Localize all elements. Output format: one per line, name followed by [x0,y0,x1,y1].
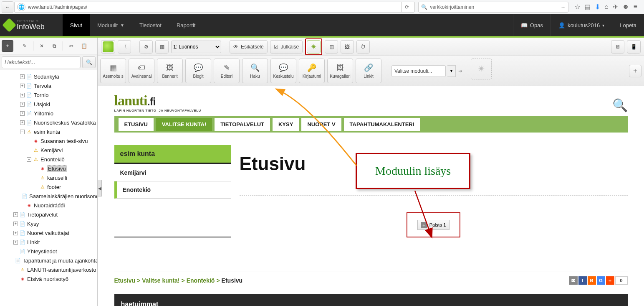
version-select[interactable]: 1: Luonnos [171,41,221,53]
columns-button[interactable]: ▥ [325,40,338,54]
breadcrumb-item[interactable]: Valitse kunta! [142,277,179,284]
mobile-view-button[interactable]: 📱 [627,40,641,54]
blogger-share-icon[interactable]: B [588,276,596,285]
back-button[interactable]: ← [2,1,13,13]
tree-expand-icon[interactable]: − [20,130,25,134]
preview-button[interactable]: 👁Esikatsele [230,40,268,54]
tree-node[interactable]: Tapahtumat ja muuta ajankohtaista [0,256,97,265]
tree-expand-icon[interactable]: + [20,93,25,97]
breadcrumb-item[interactable]: Etusivu [114,277,136,284]
module-dropdown[interactable]: Valitse moduuli... ▾ ➜ [391,59,462,83]
library-icon[interactable]: ▤ [584,3,591,11]
add-module-button[interactable]: ＋ [629,65,641,77]
tree-node[interactable]: karuselli [0,173,97,182]
site-search-icon[interactable]: 🔍 [612,98,628,112]
menu-tiedostot[interactable]: Tiedostot [132,14,169,36]
add-page-button[interactable]: ＋ [2,40,13,52]
layout-button[interactable]: ▥ [155,40,169,54]
chat-icon[interactable]: ☻ [622,3,629,11]
module-button-haku[interactable]: 🔍Haku [242,59,268,83]
nav-item[interactable]: TAPAHTUMAKALENTERI [344,118,420,131]
tree-expand-icon[interactable]: + [20,102,25,107]
module-button-kirjautumi[interactable]: 🔑Kirjautumi [299,59,325,83]
module-button-blogit[interactable]: 💬Blogit [185,59,211,83]
tree-node[interactable]: +Utsjoki [0,99,97,109]
paste-button[interactable]: 📋 [78,40,90,52]
tree-node[interactable]: Etusivu [0,164,97,173]
nav-item[interactable]: TIETOPALVELUT [215,118,270,131]
tree-search-button[interactable]: 🔍 [82,56,96,68]
tree-node[interactable]: footer [0,182,97,191]
menu-icon[interactable]: ≡ [634,3,637,11]
sidebar-collapse-handle[interactable]: ◀ [98,180,102,196]
content-drop-zone[interactable]: ＋ Palsta 1 [240,195,628,237]
user-menu[interactable]: 👤koulutus2016▾ [551,14,612,36]
tree-expand-icon[interactable]: + [20,120,25,125]
tree-node[interactable]: +Tietopalvelut [0,210,97,219]
tree-node[interactable]: −esim kunta [0,127,97,136]
facebook-share-icon[interactable]: f [578,276,587,285]
tree-node[interactable]: LANUTI-asiantuntijaverkosto [0,265,97,274]
logout-link[interactable]: Lopeta [612,14,644,36]
cut-button[interactable]: ✂ [66,40,77,52]
go-icon[interactable]: → [561,4,566,10]
mail-share-icon[interactable]: ✉ [569,276,578,285]
breadcrumb-item[interactable]: Enontekiö [187,277,215,284]
side-nav-item[interactable]: Enontekiö [114,181,231,199]
tree-expand-icon[interactable]: + [20,84,25,88]
tree-expand-icon[interactable]: + [13,231,18,235]
page-tree[interactable]: +Sodankylä+Tervola+Tornio+Utsjoki+Ylitor… [0,70,97,306]
tree-expand-icon[interactable]: + [20,74,25,79]
download-icon[interactable]: ⬇ [595,3,600,11]
reload-icon[interactable]: ⟳ [401,2,412,13]
share-icon[interactable]: ✈ [613,3,618,11]
nav-item[interactable]: NUORET V [301,118,341,131]
module-button-kuvagalleri[interactable]: 🖼Kuvagalleri [327,59,353,83]
menu-sivut[interactable]: Sivut [63,14,90,36]
tree-node[interactable]: −Enontekiö [0,155,97,164]
module-button-linkit[interactable]: 🔗Linkit [356,59,381,83]
tree-node[interactable]: Saamelaiskäräjien nuorisoneuvosto [0,191,97,201]
tree-node[interactable]: Nuoraidráđđi [0,201,97,210]
module-button-avainsanal[interactable]: 🏷Avainsanal [129,59,154,83]
settings-button[interactable]: ⚙ [139,40,153,54]
tree-node[interactable]: Yhteystiedot [0,247,97,256]
menu-moduulit[interactable]: Moduulit▼ [90,14,132,36]
tree-node[interactable]: +Tervola [0,81,97,90]
timer-button[interactable]: ⏱ [356,40,370,54]
tree-expand-icon[interactable]: + [13,212,18,217]
module-dropdown-toggle[interactable]: ▾ [447,65,456,77]
help-link[interactable]: 📖Opas [513,14,551,36]
edit-button[interactable]: ✎ [19,40,30,52]
star-icon[interactable]: ☆ [574,3,580,11]
nav-item[interactable]: KYSY [273,118,299,131]
home-icon[interactable]: ⌂ [604,3,609,11]
tree-expand-icon[interactable]: + [13,222,18,226]
tree-node[interactable]: +Nuorisokeskus Vasatokka [0,118,97,127]
module-button-editori[interactable]: ✎Editori [214,59,240,83]
palsta-add-button[interactable]: ＋ Palsta 1 [417,220,450,230]
tree-node[interactable]: +Kysy [0,219,97,228]
tree-expand-icon[interactable]: + [13,240,18,245]
back-panel-button[interactable]: 〈 [118,40,131,54]
tree-node[interactable]: +Linkit [0,237,97,247]
tree-node[interactable]: +Sodankylä [0,72,97,81]
menu-raportit[interactable]: Raportit [169,14,203,36]
tree-expand-icon[interactable]: − [27,157,31,162]
addthis-share-icon[interactable]: ＋ [606,276,614,285]
nav-item[interactable]: ETUSIVU [119,118,154,131]
publish-button[interactable]: ☑Julkaise [270,40,303,54]
nav-item[interactable]: VALITSE KUNTA! [156,118,212,131]
tree-search-input[interactable] [2,56,81,68]
google-share-icon[interactable]: G [597,276,605,285]
module-button-asemoitu-s[interactable]: ▦Asemoitu s [100,59,126,83]
module-button-keskustelu[interactable]: 💬Keskustelu [270,59,296,83]
delete-button[interactable]: ✕ [36,40,48,52]
module-drop-target[interactable]: ✴ [471,59,492,79]
tree-node[interactable]: +Ylitornio [0,109,97,118]
tree-node[interactable]: Susannan testi-sivu [0,136,97,145]
side-nav-item[interactable]: Kemijärvi [114,164,231,181]
tree-node[interactable]: Etsivä nuorisotyö [0,274,97,283]
tree-expand-icon[interactable]: + [20,111,25,116]
copy-button[interactable]: ⧉ [48,40,60,52]
